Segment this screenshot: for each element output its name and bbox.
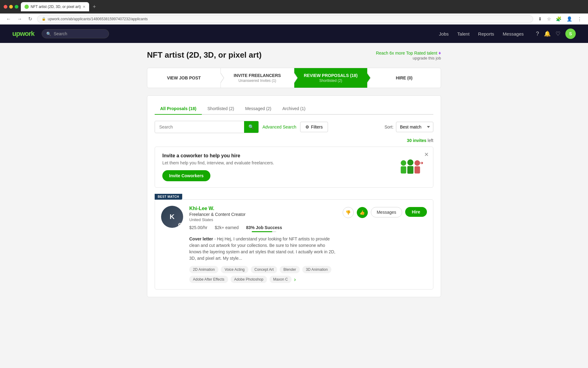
filters-label: Filters <box>311 125 323 129</box>
lock-icon: 🔒 <box>42 17 46 21</box>
notifications-button[interactable]: 🔔 <box>544 30 551 37</box>
candidate-location: United States <box>189 217 337 222</box>
upgrade-link[interactable]: Reach 6x more Top Rated talent <box>376 51 437 56</box>
job-title: NFT artist (2D, 3D, or pixel art) <box>147 50 262 60</box>
skill-3d-animation[interactable]: 3D Animation <box>302 266 331 273</box>
skill-2d-animation[interactable]: 2D Animation <box>189 266 218 273</box>
sort-select[interactable]: Best match Newest first Oldest first Hig… <box>396 122 433 132</box>
skill-concept-art[interactable]: Concept Art <box>251 266 277 273</box>
download-button[interactable]: ⬇ <box>537 15 543 23</box>
maximize-dot[interactable] <box>15 5 18 9</box>
skill-voice-acting[interactable]: Voice Acting <box>221 266 248 273</box>
nav-talent[interactable]: Talent <box>457 31 469 36</box>
nav-jobs[interactable]: Jobs <box>439 31 449 36</box>
extension-button[interactable]: 🧩 <box>555 15 563 23</box>
skill-blender[interactable]: Blender <box>280 266 300 273</box>
candidate-name[interactable]: Khi-Lee W. <box>189 206 337 211</box>
forward-button[interactable]: → <box>16 15 23 23</box>
pipeline-step-invite[interactable]: INVITE FREELANCERS Unanswered Invites (1… <box>221 68 294 88</box>
search-button-icon: 🔍 <box>248 124 254 130</box>
dislike-button[interactable]: 👎 <box>343 207 354 218</box>
invites-left: 30 invites left <box>155 138 433 143</box>
pipeline-step-invite-sub: Unanswered Invites (1) <box>238 79 276 83</box>
bookmark-button[interactable]: ☆ <box>546 15 552 23</box>
back-button[interactable]: ← <box>5 15 12 23</box>
coworker-banner: Invite a coworker to help you hire Let t… <box>155 147 433 188</box>
search-button[interactable]: 🔍 <box>244 121 258 133</box>
pipeline-step-review[interactable]: REVIEW PROPOSALS (18) Shortlisted (2) <box>294 68 368 88</box>
hire-button[interactable]: Hire <box>405 207 427 217</box>
svg-point-2 <box>407 159 413 166</box>
user-avatar[interactable]: S <box>565 29 576 39</box>
new-tab-button[interactable]: + <box>92 2 97 11</box>
job-success-area: 83% Job Success <box>246 225 282 232</box>
candidate-card: K Khi-Lee W. Freelancer & Content Creato… <box>155 199 433 289</box>
candidate-avatar: K <box>161 206 183 228</box>
avatar-online-indicator <box>178 223 182 227</box>
header-search-bar[interactable]: 🔍 Search <box>42 29 109 38</box>
pipeline-step-view-job[interactable]: VIEW JOB POST <box>147 68 221 88</box>
coworker-svg <box>397 156 424 178</box>
coworker-banner-close-button[interactable]: ✕ <box>424 151 429 158</box>
browser-chrome: NFT artist (2D, 3D, or pixel art) ✕ + <box>0 0 588 13</box>
browser-tab[interactable]: NFT artist (2D, 3D, or pixel art) ✕ <box>21 2 89 11</box>
diamond-icon: ♦ <box>439 50 441 56</box>
advanced-search-link[interactable]: Advanced Search <box>262 125 296 129</box>
profile-button[interactable]: 👤 <box>565 15 574 23</box>
candidate-earned: $2k+ earned <box>215 225 239 232</box>
search-input-wrap: 🔍 <box>155 121 259 133</box>
browser-actions: ⬇ ☆ 🧩 👤 ⋮ <box>537 15 583 23</box>
search-input[interactable] <box>155 121 244 132</box>
pipeline-step-hire[interactable]: HIRE (0) <box>368 68 441 88</box>
address-input[interactable]: 🔒 upwork.com/ab/applicants/1480653815997… <box>37 15 533 23</box>
svg-point-4 <box>415 160 420 166</box>
invite-coworkers-button[interactable]: Invite Coworkers <box>162 170 210 181</box>
filters-button[interactable]: ⚙ Filters <box>300 122 328 132</box>
filter-tabs: All Proposals (18) Shortlisted (2) Messa… <box>155 103 433 115</box>
coworker-content: Invite a coworker to help you hire Let t… <box>162 153 395 181</box>
candidate-stats: $25.00/hr $2k+ earned 83% Job Success <box>189 225 337 232</box>
upwork-header: upwork 🔍 Search Jobs Talent Reports Mess… <box>0 25 588 43</box>
pipeline-arrow-inner-2 <box>294 73 297 83</box>
wishlist-button[interactable]: ♡ <box>556 30 560 37</box>
job-header: NFT artist (2D, 3D, or pixel art) Reach … <box>147 50 441 60</box>
tab-favicon <box>24 5 29 9</box>
search-icon: 🔍 <box>46 32 51 36</box>
tab-messaged[interactable]: Messaged (2) <box>239 103 277 115</box>
pipeline-step-hire-label: HIRE (0) <box>396 75 412 80</box>
tab-shortlisted[interactable]: Shortlisted (2) <box>202 103 239 115</box>
nav-reports[interactable]: Reports <box>478 31 494 36</box>
svg-rect-1 <box>401 166 406 173</box>
close-dot[interactable] <box>4 5 7 9</box>
svg-rect-5 <box>415 166 420 173</box>
skill-adobe-after-effects[interactable]: Adobe After Effects <box>189 276 228 283</box>
candidate-job-title: Freelancer & Content Creator <box>189 212 337 217</box>
sort-area: Sort: Best match Newest first Oldest fir… <box>384 122 433 132</box>
search-row: 🔍 Advanced Search ⚙ Filters Sort: Best m… <box>155 121 433 133</box>
best-match-badge: BEST MATCH <box>155 194 182 200</box>
tab-archived[interactable]: Archived (1) <box>277 103 311 115</box>
tab-close-button[interactable]: ✕ <box>83 5 85 9</box>
cover-letter: Cover letter - Hej Hej, I understand you… <box>189 236 337 262</box>
minimize-dot[interactable] <box>9 5 13 9</box>
upwork-logo[interactable]: upwork <box>12 30 34 38</box>
messages-button[interactable]: Messages <box>371 207 402 217</box>
skills-more-button[interactable]: › <box>294 276 296 283</box>
page-content: NFT artist (2D, 3D, or pixel art) Reach … <box>141 43 447 305</box>
menu-button[interactable]: ⋮ <box>576 15 583 23</box>
nav-messages[interactable]: Messages <box>503 31 524 36</box>
refresh-button[interactable]: ↻ <box>27 15 33 23</box>
help-button[interactable]: ? <box>536 31 539 37</box>
like-button[interactable]: 👍 <box>357 207 368 218</box>
invites-count: 30 invites <box>407 138 427 143</box>
pipeline-step-invite-label: INVITE FREELANCERS <box>234 73 281 78</box>
pipeline-step-review-label: REVIEW PROPOSALS (18) <box>304 73 358 78</box>
skill-adobe-photoshop[interactable]: Adobe Photoshop <box>231 276 267 283</box>
pipeline-step-review-sub: Shortlisted (2) <box>319 79 342 83</box>
skill-maxon[interactable]: Maxon C <box>270 276 292 283</box>
logo-text: upwork <box>12 30 34 37</box>
tab-all-proposals[interactable]: All Proposals (18) <box>155 103 202 115</box>
pipeline-step-view-job-label: VIEW JOB POST <box>167 75 201 80</box>
coworker-desc: Let them help you find, interview, and e… <box>162 160 395 165</box>
pipeline-arrow-inner-1 <box>220 73 224 83</box>
